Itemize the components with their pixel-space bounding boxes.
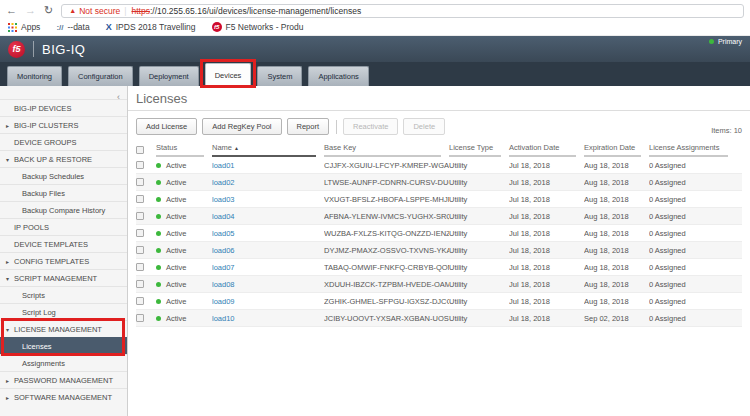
sidebar-item-script-management[interactable]: ▾SCRIPT MANAGEMENT bbox=[0, 269, 127, 286]
sidebar-item-ip-pools[interactable]: IP POOLS bbox=[0, 218, 127, 235]
license-assignments-cell: 0 Assigned bbox=[649, 246, 736, 255]
forward-arrow-icon[interactable]: → bbox=[25, 5, 36, 16]
add-regkey-pool-button[interactable]: Add RegKey Pool bbox=[202, 118, 281, 135]
back-arrow-icon[interactable]: ← bbox=[6, 5, 17, 16]
row-checkbox[interactable] bbox=[136, 212, 144, 220]
sidebar-item-assignments[interactable]: Assignments bbox=[0, 354, 127, 371]
license-name-link[interactable]: load02 bbox=[212, 178, 235, 187]
column-header-license-type[interactable]: License Type bbox=[449, 143, 509, 157]
license-name-link[interactable]: load09 bbox=[212, 297, 235, 306]
column-header-activation-date[interactable]: Activation Date bbox=[509, 143, 584, 157]
expiration-date-cell: Aug 18, 2018 bbox=[584, 161, 649, 170]
sidebar-item-back-up-restore[interactable]: ▾BACK UP & RESTORE bbox=[0, 150, 127, 167]
activation-date-cell: Jul 18, 2018 bbox=[509, 280, 584, 289]
app-header: f5 BIG-IQ Primary bbox=[0, 36, 750, 62]
tab-deployment[interactable]: Deployment bbox=[139, 66, 199, 86]
sidebar-item-password-management[interactable]: ▸PASSWORD MANAGEMENT bbox=[0, 371, 127, 388]
license-name-link[interactable]: load04 bbox=[212, 212, 235, 221]
expiration-date-cell: Aug 18, 2018 bbox=[584, 280, 649, 289]
tab-monitoring[interactable]: Monitoring bbox=[7, 66, 62, 86]
table-row: Activeload05WUZBA-FXLZS-KITQG-ONZZD-IENZ… bbox=[136, 225, 742, 242]
report-button[interactable]: Report bbox=[287, 118, 330, 135]
sidebar-item-config-templates[interactable]: ▸CONFIG TEMPLATES bbox=[0, 252, 127, 269]
sidebar-item-backup-files[interactable]: Backup Files bbox=[0, 184, 127, 201]
slashes-icon: :// bbox=[56, 23, 63, 32]
chevron-right-icon: ▸ bbox=[6, 258, 14, 265]
base-key-cell: ZGHIK-GHMEL-SFPGU-IGXSZ-DJCCIAE bbox=[324, 297, 449, 306]
column-header-license-assignments[interactable]: License Assignments bbox=[649, 143, 736, 157]
row-checkbox[interactable] bbox=[136, 280, 144, 288]
status-cell: Active bbox=[156, 297, 212, 306]
active-status-dot-icon bbox=[156, 231, 161, 236]
sidebar-item-device-templates[interactable]: DEVICE TEMPLATES bbox=[0, 235, 127, 252]
sidebar-collapse-icon[interactable]: ‹ bbox=[117, 92, 120, 102]
tab-applications[interactable]: Applications bbox=[308, 66, 368, 86]
sidebar-item-script-log[interactable]: Script Log bbox=[0, 303, 127, 320]
expiration-date-cell: Aug 18, 2018 bbox=[584, 263, 649, 272]
status-label: Active bbox=[166, 280, 186, 289]
activation-date-cell: Jul 18, 2018 bbox=[509, 229, 584, 238]
sidebar-item-backup-schedules[interactable]: Backup Schedules bbox=[0, 167, 127, 184]
expiration-date-cell: Aug 18, 2018 bbox=[584, 195, 649, 204]
license-name-link[interactable]: load01 bbox=[212, 161, 235, 170]
tab-system[interactable]: System bbox=[257, 66, 302, 86]
table-header: StatusName▲Base KeyLicense TypeActivatio… bbox=[136, 143, 742, 157]
sidebar-item-license-management[interactable]: ▾LICENSE MANAGEMENT bbox=[0, 320, 127, 337]
row-checkbox[interactable] bbox=[136, 229, 144, 237]
column-header-base-key[interactable]: Base Key bbox=[324, 143, 449, 157]
url-text: ://10.255.65.16/ui/devices/license-manag… bbox=[150, 6, 361, 16]
row-checkbox[interactable] bbox=[136, 178, 144, 186]
license-type-cell: Utility bbox=[449, 178, 509, 187]
sidebar-item-label: DEVICE TEMPLATES bbox=[14, 240, 88, 249]
main-panel: Licenses Add LicenseAdd RegKey PoolRepor… bbox=[128, 86, 750, 416]
sidebar-item-backup-compare-history[interactable]: Backup Compare History bbox=[0, 201, 127, 218]
status-cell: Active bbox=[156, 212, 212, 221]
expiration-date-cell: Aug 18, 2018 bbox=[584, 212, 649, 221]
status-label: Active bbox=[166, 212, 186, 221]
sidebar-item-label: Assignments bbox=[22, 359, 65, 368]
row-checkbox[interactable] bbox=[136, 314, 144, 322]
license-name-link[interactable]: load07 bbox=[212, 263, 235, 272]
address-separator: | bbox=[124, 6, 126, 16]
f5-ball-icon: f5 bbox=[212, 22, 222, 32]
tab-devices[interactable]: Devices bbox=[205, 63, 252, 86]
row-checkbox[interactable] bbox=[136, 195, 144, 203]
row-checkbox[interactable] bbox=[136, 297, 144, 305]
active-status-dot-icon bbox=[156, 214, 161, 219]
f5-logo-icon: f5 bbox=[8, 41, 25, 58]
license-name-link[interactable]: load03 bbox=[212, 195, 235, 204]
refresh-icon[interactable]: ↻ bbox=[44, 5, 53, 16]
sidebar-item-label: Backup Schedules bbox=[22, 172, 84, 181]
delete-button[interactable]: Delete bbox=[403, 118, 445, 135]
sidebar-item-big-ip-clusters[interactable]: ▸BIG-IP CLUSTERS bbox=[0, 116, 127, 133]
row-checkbox[interactable] bbox=[136, 246, 144, 254]
bookmark-data[interactable]: ://--data bbox=[56, 22, 89, 32]
reactivate-button[interactable]: Reactivate bbox=[343, 118, 398, 135]
license-name-link[interactable]: load10 bbox=[212, 314, 235, 323]
sidebar-item-software-management[interactable]: ▸SOFTWARE MANAGEMENT bbox=[0, 388, 127, 405]
column-header-label: License Assignments bbox=[649, 143, 728, 157]
sidebar-item-big-ip-devices[interactable]: BIG-IP DEVICES bbox=[0, 99, 127, 116]
bookmark-ipds-2018-travelling[interactable]: XIPDS 2018 Travelling bbox=[106, 22, 196, 32]
column-header-name[interactable]: Name▲ bbox=[212, 143, 324, 157]
sidebar-item-scripts[interactable]: Scripts bbox=[0, 286, 127, 303]
base-key-cell: DYJMZ-PMAXZ-OSSVO-TXVNS-YKAQK... bbox=[324, 246, 449, 255]
tab-configuration[interactable]: Configuration bbox=[68, 66, 133, 86]
select-all-checkbox[interactable] bbox=[136, 146, 144, 154]
status-cell: Active bbox=[156, 263, 212, 272]
bookmark-f5-networks-produ[interactable]: f5F5 Networks - Produ bbox=[212, 22, 304, 32]
chevron-right-icon: ▸ bbox=[6, 377, 14, 384]
add-license-button[interactable]: Add License bbox=[136, 118, 197, 135]
license-name-link[interactable]: load05 bbox=[212, 229, 235, 238]
row-checkbox[interactable] bbox=[136, 263, 144, 271]
bookmark-apps[interactable]: Apps bbox=[8, 22, 40, 32]
sidebar-item-licenses[interactable]: Licenses bbox=[0, 337, 127, 354]
license-name-link[interactable]: load06 bbox=[212, 246, 235, 255]
column-header-expiration-date[interactable]: Expiration Date bbox=[584, 143, 649, 157]
column-header-status[interactable]: Status bbox=[156, 143, 212, 157]
license-type-cell: Utility bbox=[449, 229, 509, 238]
sidebar-item-device-groups[interactable]: DEVICE GROUPS bbox=[0, 133, 127, 150]
license-name-link[interactable]: load08 bbox=[212, 280, 235, 289]
row-checkbox[interactable] bbox=[136, 161, 144, 169]
address-bar[interactable]: ▲ Not secure | https://10.255.65.16/ui/d… bbox=[61, 4, 744, 18]
